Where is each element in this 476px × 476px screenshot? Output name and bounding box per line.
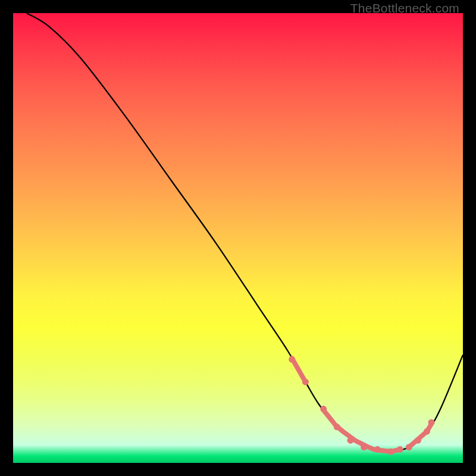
highlight-dot <box>334 424 340 430</box>
highlight-dot <box>374 446 381 453</box>
highlight-dot <box>361 444 367 450</box>
highlight-dot <box>320 406 327 412</box>
highlight-segments <box>292 358 431 451</box>
highlight-dot <box>388 449 394 455</box>
highlight-dot <box>424 428 430 435</box>
chart-plot <box>13 13 463 463</box>
highlight-dot <box>302 378 309 385</box>
highlight-dot <box>406 444 412 450</box>
highlight-dot <box>289 356 295 363</box>
highlight-dot <box>428 419 435 425</box>
highlight-dot <box>347 437 354 444</box>
curve-line <box>27 13 463 452</box>
highlight-segment <box>409 424 431 447</box>
highlight-dot <box>397 446 403 453</box>
highlight-dots <box>289 356 434 455</box>
highlight-dot <box>415 437 421 444</box>
